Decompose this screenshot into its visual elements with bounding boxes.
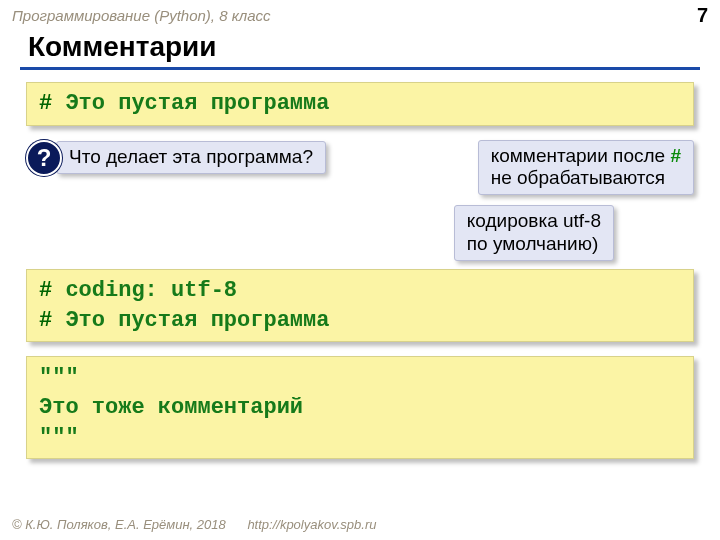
utf-callout: кодировка utf-8 по умолчанию) xyxy=(454,205,614,261)
content-area: # Это пустая программа ? Что делает эта … xyxy=(0,82,720,459)
footer: © К.Ю. Поляков, Е.А. Ерёмин, 2018 http:/… xyxy=(12,517,376,532)
page-title: Комментарии xyxy=(0,29,720,67)
footer-authors: © К.Ю. Поляков, Е.А. Ерёмин, 2018 xyxy=(12,517,226,532)
question-callout: Что делает эта программа? xyxy=(56,141,326,174)
header-bar: Программирование (Python), 8 класс 7 xyxy=(0,0,720,29)
hash-symbol: # xyxy=(39,91,52,116)
hash-callout-prefix: комментарии после xyxy=(491,145,671,166)
footer-url: http://kpolyakov.spb.ru xyxy=(247,517,376,532)
title-underline xyxy=(20,67,700,70)
page-number: 7 xyxy=(697,4,708,27)
utf-line2: по умолчанию) xyxy=(467,233,598,254)
callouts-row: ? Что делает эта программа? комментарии … xyxy=(26,140,694,261)
hash-callout: комментарии после # не обрабатываются xyxy=(478,140,694,196)
hash-symbol: # xyxy=(39,278,52,303)
hash-callout-suffix: не обрабатываются xyxy=(491,167,665,188)
triple-quote-close: """ xyxy=(39,425,79,450)
utf-line1: кодировка utf-8 xyxy=(467,210,601,231)
course-label: Программирование (Python), 8 класс xyxy=(12,7,271,24)
hash-green: # xyxy=(670,145,681,166)
comment-text: Это пустая программа xyxy=(52,308,329,333)
comment-text: coding: utf-8 xyxy=(52,278,237,303)
question-group: ? Что делает эта программа? xyxy=(26,140,326,176)
triple-quote-open: """ xyxy=(39,365,79,390)
code-block-3: """ Это тоже комментарий """ xyxy=(26,356,694,459)
question-icon: ? xyxy=(26,140,62,176)
code-block-2: # coding: utf-8 # Это пустая программа xyxy=(26,269,694,342)
code-block-1: # Это пустая программа xyxy=(26,82,694,126)
docstring-body: Это тоже комментарий xyxy=(39,395,303,420)
right-callouts: комментарии после # не обрабатываются ко… xyxy=(454,140,694,261)
hash-symbol: # xyxy=(39,308,52,333)
comment-text: Это пустая программа xyxy=(52,91,329,116)
